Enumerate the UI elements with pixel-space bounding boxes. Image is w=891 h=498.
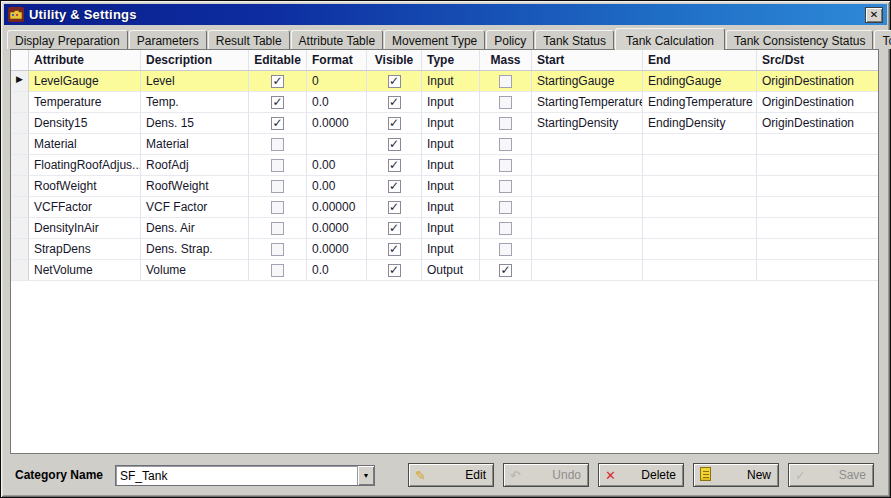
cell-mass <box>480 113 532 134</box>
mass-checkbox-unchecked[interactable] <box>499 222 512 235</box>
visible-checkbox-checked[interactable]: ✓ <box>388 117 401 130</box>
tab-attribute-table[interactable]: Attribute Table <box>291 30 384 49</box>
visible-checkbox-checked[interactable]: ✓ <box>388 222 401 235</box>
cell-editable <box>249 218 307 239</box>
tab-policy[interactable]: Policy <box>486 30 534 49</box>
editable-checkbox-checked[interactable]: ✓ <box>271 117 284 130</box>
mass-checkbox-unchecked[interactable] <box>499 243 512 256</box>
editable-checkbox-unchecked[interactable] <box>271 243 284 256</box>
new-button[interactable]: New <box>693 463 779 487</box>
column-header-editable[interactable]: Editable <box>249 50 307 70</box>
mass-checkbox-unchecked[interactable] <box>499 138 512 151</box>
column-header-mass[interactable]: Mass <box>480 50 532 70</box>
cell-format: 0.0000 <box>307 218 367 239</box>
row-selector <box>11 113 29 134</box>
column-header-format[interactable]: Format <box>307 50 367 70</box>
column-header-description[interactable]: Description <box>141 50 249 70</box>
edit-button[interactable]: ✎ Edit <box>408 463 494 487</box>
cell-attribute: Density15 <box>29 113 141 134</box>
visible-checkbox-checked[interactable]: ✓ <box>388 243 401 256</box>
column-header-type[interactable]: Type <box>422 50 480 70</box>
combobox-dropdown-button[interactable]: ▼ <box>357 466 374 485</box>
editable-checkbox-checked[interactable]: ✓ <box>271 96 284 109</box>
column-header-attribute[interactable]: Attribute <box>29 50 141 70</box>
grid-row-vcffactor[interactable]: VCFFactorVCF Factor0.00000✓Input <box>11 197 878 218</box>
cell-start: StartingDensity <box>532 113 643 134</box>
cell-src-dst <box>757 134 878 155</box>
mass-checkbox-unchecked[interactable] <box>499 117 512 130</box>
visible-checkbox-checked[interactable]: ✓ <box>388 201 401 214</box>
category-combobox[interactable]: SF_Tank ▼ <box>115 465 375 486</box>
grid-header-row: Attribute Description Editable Format Vi… <box>11 50 878 71</box>
editable-checkbox-unchecked[interactable] <box>271 264 284 277</box>
editable-checkbox-unchecked[interactable] <box>271 159 284 172</box>
grid-row-roofweight[interactable]: RoofWeightRoofWeight0.00✓Input <box>11 176 878 197</box>
tab-tank-calculation[interactable]: Tank Calculation <box>615 28 725 50</box>
cell-description: Level <box>141 71 249 92</box>
tab-tools[interactable]: Tools <box>874 30 891 49</box>
mass-checkbox-unchecked[interactable] <box>499 75 512 88</box>
grid-row-material[interactable]: MaterialMaterial✓Input <box>11 134 878 155</box>
tab-tank-consistency-status[interactable]: Tank Consistency Status <box>726 30 873 49</box>
column-header-visible[interactable]: Visible <box>367 50 422 70</box>
row-selector <box>11 260 29 281</box>
mass-checkbox-unchecked[interactable] <box>499 159 512 172</box>
grid-row-netvolume[interactable]: NetVolumeVolume0.0✓Output✓ <box>11 260 878 281</box>
delete-button[interactable]: ✕ Delete <box>598 463 684 487</box>
cell-end <box>643 155 757 176</box>
cell-start <box>532 239 643 260</box>
save-button[interactable]: ✓ Save <box>788 463 874 487</box>
cell-attribute: Temperature <box>29 92 141 113</box>
column-header-end[interactable]: End <box>643 50 757 70</box>
grid-row-densityinair[interactable]: DensityInAirDens. Air0.0000✓Input <box>11 218 878 239</box>
cell-format: 0.00 <box>307 155 367 176</box>
cell-editable <box>249 260 307 281</box>
cell-format: 0.0 <box>307 92 367 113</box>
mass-checkbox-unchecked[interactable] <box>499 180 512 193</box>
editable-checkbox-unchecked[interactable] <box>271 180 284 193</box>
cell-start <box>532 260 643 281</box>
editable-checkbox-unchecked[interactable] <box>271 222 284 235</box>
undo-button[interactable]: ↶ Undo <box>503 463 589 487</box>
visible-checkbox-checked[interactable]: ✓ <box>388 96 401 109</box>
tab-movement-type[interactable]: Movement Type <box>384 30 485 49</box>
column-header-src-dst[interactable]: Src/Dst <box>757 50 878 70</box>
grid-row-temperature[interactable]: TemperatureTemp.✓0.0✓InputStartingTemper… <box>11 92 878 113</box>
cell-description: Dens. 15 <box>141 113 249 134</box>
column-header-start[interactable]: Start <box>532 50 643 70</box>
cell-visible: ✓ <box>367 92 422 113</box>
editable-checkbox-unchecked[interactable] <box>271 138 284 151</box>
category-name-label: Category Name <box>15 468 103 482</box>
visible-checkbox-checked[interactable]: ✓ <box>388 75 401 88</box>
editable-checkbox-unchecked[interactable] <box>271 201 284 214</box>
visible-checkbox-checked[interactable]: ✓ <box>388 138 401 151</box>
grid-row-floatingroofadjus[interactable]: FloatingRoofAdjus...RoofAdj0.00✓Input <box>11 155 878 176</box>
tab-display-preparation[interactable]: Display Preparation <box>7 30 128 49</box>
cell-start: StartingGauge <box>532 71 643 92</box>
cell-attribute: StrapDens <box>29 239 141 260</box>
red-x-icon: ✕ <box>605 469 623 482</box>
visible-checkbox-checked[interactable]: ✓ <box>388 264 401 277</box>
cell-type: Output <box>422 260 480 281</box>
cell-format <box>307 134 367 155</box>
visible-checkbox-checked[interactable]: ✓ <box>388 159 401 172</box>
cell-format: 0.0000 <box>307 113 367 134</box>
cell-visible: ✓ <box>367 239 422 260</box>
tab-tank-status[interactable]: Tank Status <box>535 30 614 49</box>
cell-mass <box>480 239 532 260</box>
mass-checkbox-checked[interactable]: ✓ <box>499 264 512 277</box>
cell-src-dst <box>757 218 878 239</box>
mass-checkbox-unchecked[interactable] <box>499 201 512 214</box>
tab-result-table[interactable]: Result Table <box>208 30 290 49</box>
tab-parameters[interactable]: Parameters <box>129 30 207 49</box>
cell-src-dst <box>757 155 878 176</box>
grid-row-levelgauge[interactable]: ▶LevelGaugeLevel✓0✓InputStartingGaugeEnd… <box>11 71 878 92</box>
grid-row-density15[interactable]: Density15Dens. 15✓0.0000✓InputStartingDe… <box>11 113 878 134</box>
grid-row-strapdens[interactable]: StrapDensDens. Strap.0.0000✓Input <box>11 239 878 260</box>
visible-checkbox-checked[interactable]: ✓ <box>388 180 401 193</box>
mass-checkbox-unchecked[interactable] <box>499 96 512 109</box>
action-buttons: ✎ Edit ↶ Undo ✕ Delete New ✓ Save <box>408 463 874 487</box>
cell-src-dst: OriginDestination <box>757 92 878 113</box>
close-button[interactable]: ✕ <box>865 7 883 23</box>
editable-checkbox-checked[interactable]: ✓ <box>271 75 284 88</box>
